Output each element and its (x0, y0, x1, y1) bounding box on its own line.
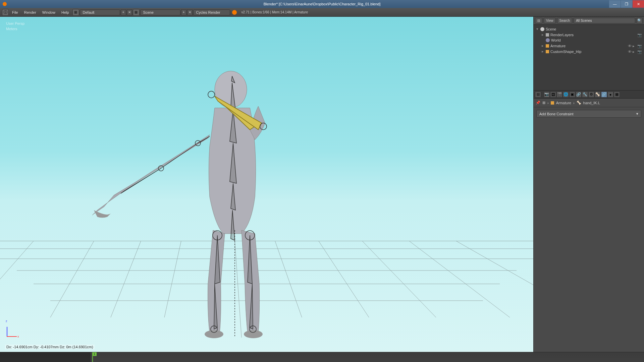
viewport-persp: User Persp (6, 21, 24, 26)
menu-help[interactable]: Help (59, 9, 72, 16)
svg-line-9 (164, 241, 181, 317)
scene-dropdown[interactable]: Scene (140, 9, 180, 15)
tree-label: Scene (546, 27, 556, 31)
timeline-ruler[interactable]: 1 -50-40-30-20-1001020304050607080901001… (0, 352, 644, 362)
outliner-search[interactable]: Search (557, 18, 573, 23)
breadcrumb-object[interactable]: Armature (556, 101, 571, 105)
close-button[interactable]: ✕ (633, 0, 644, 8)
properties-tabs: ⊟ 📷 🖼 🎬 🌐 ▣ 🔗 🔧 ⚙ 🦴 🔗 ● ▦ (534, 90, 644, 99)
window-title-bar: Blender* [C:\Users\EinarAune\Dropbox\Pub… (0, 0, 644, 8)
pin-icon[interactable]: 📌 (536, 101, 540, 105)
breadcrumb-bone[interactable]: hand_IK.L (583, 101, 600, 105)
tab-data[interactable]: ⚙ (588, 92, 594, 98)
svg-line-7 (50, 241, 94, 317)
main-area: User Persp Meters (0, 17, 644, 352)
info-header: ⓘ File Render Window Help ⊞ Default + ✕ … (0, 8, 644, 17)
svg-point-22 (208, 91, 215, 98)
tree-label: Armature (550, 44, 566, 48)
tab-render-layers[interactable]: 🖼 (550, 92, 556, 98)
axis-widget: z x (7, 323, 20, 337)
bone-icon: 🦴 (577, 101, 581, 105)
viewport-canvas[interactable] (0, 17, 533, 352)
svg-line-13 (319, 241, 369, 317)
outliner: ⊟ View Search All Scenes 🔍 ▾ Scene ▸ Ren… (534, 17, 644, 90)
search-icon[interactable]: 🔍 (637, 18, 643, 24)
svg-point-19 (244, 330, 263, 338)
status-text: v2.71 | Bones:1/66 | Mem:14.14M | Armatu… (241, 10, 308, 14)
window-title: Blender* [C:\Users\EinarAune\Dropbox\Pub… (264, 2, 381, 6)
viewport-info: User Persp Meters (6, 21, 24, 32)
svg-point-18 (205, 330, 223, 338)
layout-add-button[interactable]: + (121, 9, 126, 15)
outliner-editor-type[interactable]: ⊟ (535, 18, 542, 23)
scene-browse-icon[interactable]: ⊞ (133, 9, 140, 16)
tab-bone-constraint[interactable]: 🔗 (601, 92, 607, 98)
outliner-header: ⊟ View Search All Scenes 🔍 (534, 17, 644, 25)
properties-panel: ⊟ 📷 🖼 🎬 🌐 ▣ 🔗 🔧 ⚙ 🦴 🔗 ● ▦ 📌 ⊞ › (534, 90, 644, 352)
timeline-editor: 1 -50-40-30-20-1001020304050607080901001… (0, 352, 644, 362)
right-panel: ⊟ View Search All Scenes 🔍 ▾ Scene ▸ Ren… (533, 17, 644, 352)
tab-object[interactable]: ▣ (569, 92, 575, 98)
outliner-filter[interactable]: All Scenes (574, 18, 635, 23)
scene-add-button[interactable]: + (181, 9, 186, 15)
viewport-units: Meters (6, 26, 24, 32)
tree-item-world[interactable]: World (535, 38, 643, 43)
menu-file[interactable]: File (9, 9, 21, 16)
scene-delete-button[interactable]: ✕ (187, 9, 193, 15)
tree-label: CustomShape_Hip (550, 50, 581, 54)
svg-line-14 (362, 241, 436, 317)
svg-line-12 (275, 241, 302, 317)
svg-line-8 (111, 241, 141, 317)
tree-item-armature[interactable]: ▸ Armature 👁▸📷 (535, 43, 643, 49)
editor-type-icon[interactable]: ⓘ (2, 9, 9, 16)
svg-line-15 (409, 241, 510, 317)
layout-delete-button[interactable]: ✕ (127, 9, 132, 15)
tab-texture[interactable]: ▦ (614, 92, 620, 98)
menu-render[interactable]: Render (21, 9, 39, 16)
render-engine-dropdown[interactable]: Cycles Render (193, 9, 230, 15)
properties-content: Add Bone Constraint ▾ (534, 107, 644, 352)
svg-line-11 (235, 241, 241, 338)
blender-icon (232, 10, 237, 15)
tab-bone[interactable]: 🦴 (595, 92, 601, 98)
3d-viewport[interactable]: User Persp Meters (0, 17, 533, 352)
tab-world[interactable]: 🌐 (563, 92, 569, 98)
armature-icon (551, 101, 554, 105)
svg-line-16 (456, 241, 533, 304)
properties-breadcrumb: 📌 ⊞ › Armature › 🦴 hand_IK.L (534, 99, 644, 107)
transform-readout: Dx: -14.6901cm Dy: -0.4107mm Dz: 0m (14.… (5, 345, 95, 349)
tree-item-scene[interactable]: ▾ Scene (535, 26, 643, 32)
svg-line-6 (0, 241, 34, 317)
blender-logo-icon (3, 2, 7, 6)
breadcrumb-scene-icon: ⊞ (542, 101, 545, 105)
tab-scene[interactable]: 🎬 (556, 92, 562, 98)
tree-label: World (551, 38, 561, 42)
tab-constraints[interactable]: 🔗 (576, 92, 582, 98)
tab-modifiers[interactable]: 🔧 (582, 92, 588, 98)
add-bone-constraint-button[interactable]: Add Bone Constraint ▾ (536, 110, 641, 118)
tree-item-renderlayers[interactable]: ▸ RenderLayers 📷 (535, 32, 643, 38)
properties-editor-type[interactable]: ⊟ (535, 92, 541, 98)
outliner-tree[interactable]: ▾ Scene ▸ RenderLayers 📷 World ▸ (534, 25, 644, 90)
dropdown-icon: ▾ (636, 112, 638, 116)
menu-window[interactable]: Window (40, 9, 58, 16)
tab-render[interactable]: 📷 (544, 92, 550, 98)
playhead-frame: 1 (92, 352, 97, 356)
layout-dropdown[interactable]: Default (80, 9, 120, 15)
maximize-button[interactable]: ❐ (621, 0, 632, 8)
tab-material[interactable]: ● (607, 92, 613, 98)
minimize-button[interactable]: — (609, 0, 621, 8)
tree-label: RenderLayers (550, 33, 574, 37)
screen-layout-browse-icon[interactable]: ⊞ (72, 9, 79, 16)
outliner-view[interactable]: View (544, 18, 556, 23)
tree-item-customshape[interactable]: ▸ CustomShape_Hip 👁▸📷 (535, 49, 643, 54)
